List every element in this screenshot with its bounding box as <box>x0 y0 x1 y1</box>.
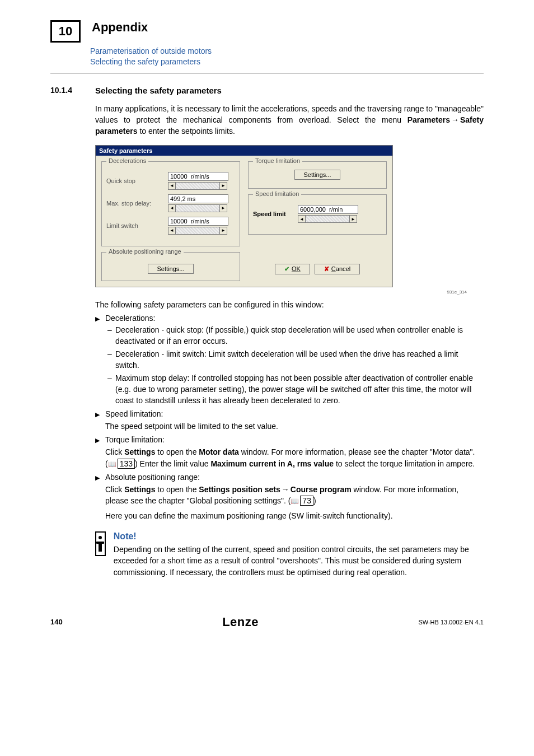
chevron-left-icon[interactable]: ◄ <box>168 227 176 234</box>
list-subitem: Maximum stop delay: If controlled stoppi… <box>107 373 484 406</box>
list-item: Decelerations: <box>95 314 484 323</box>
group-torque-limitation: Torque limitation Settings... <box>248 161 387 189</box>
bullet-icon <box>95 314 105 323</box>
safety-parameters-dialog: Safety parameters Decelerations Quick st… <box>95 145 393 287</box>
slider-speed-limit[interactable]: ◄► <box>298 215 357 223</box>
chevron-left-icon[interactable]: ◄ <box>298 216 306 222</box>
slider-quick-stop[interactable]: ◄► <box>168 182 227 190</box>
list-subitem: Deceleration - limit switch: Limit switc… <box>107 349 484 371</box>
note-body: Depending on the setting of the current,… <box>114 544 484 578</box>
list-item: Absolute positioning range: <box>95 473 484 482</box>
page-number: 140 <box>50 618 63 626</box>
text: to enter the setpoints limits. <box>138 127 235 136</box>
label-limit-switch: Limit switch <box>106 222 168 229</box>
page-ref: 133 <box>118 459 135 469</box>
list-body: The speed setpoint will be limited to th… <box>105 421 484 432</box>
figure-reference: 931e_314 <box>50 290 467 295</box>
list-text: Torque limitation: <box>105 435 165 444</box>
chapter-title: Appendix <box>92 20 148 35</box>
doc-id: SW-HB 13.0002-EN 4.1 <box>418 619 484 626</box>
slider-max-stop-delay[interactable]: ◄► <box>168 204 227 212</box>
dash-icon <box>107 349 115 371</box>
list-body: Here you can define the maximum position… <box>105 510 484 521</box>
list-item: Speed limitation: <box>95 409 484 418</box>
chevron-right-icon[interactable]: ► <box>219 227 227 234</box>
input-max-stop-delay[interactable] <box>168 194 228 203</box>
section-number: 10.1.4 <box>50 86 95 95</box>
list-text: Deceleration - limit switch: Limit switc… <box>115 349 484 371</box>
close-icon: ✘ <box>324 265 329 273</box>
arrow-icon <box>450 115 460 124</box>
body-text: The following safety parameters can be c… <box>95 299 484 310</box>
cancel-button[interactable]: ✘Cancel <box>315 264 360 274</box>
divider <box>50 73 484 73</box>
list-text: Speed limitation: <box>105 409 163 418</box>
dialog-title-bar: Safety parameters <box>96 146 392 156</box>
list-text: Absolute positioning range: <box>105 473 200 482</box>
group-title: Torque limitation <box>253 157 302 164</box>
group-speed-limitation: Speed limitation Speed limit ◄► <box>248 194 387 235</box>
list-item: Torque limitation: <box>95 435 484 444</box>
text-bold: Parameters <box>407 115 450 124</box>
cancel-label: Cancel <box>331 265 350 272</box>
label-speed-limit: Speed limit <box>253 211 298 217</box>
chapter-subtitle-2: Selecting the safety parameters <box>90 57 484 67</box>
lenze-logo: Lenze <box>222 615 259 629</box>
chevron-right-icon[interactable]: ► <box>349 216 357 222</box>
book-icon <box>108 459 118 468</box>
page-ref: 73 <box>300 496 313 506</box>
list-text: Maximum stop delay: If controlled stoppi… <box>115 373 484 406</box>
list-text: Deceleration - quick stop: (If possible,… <box>115 325 484 347</box>
dash-icon <box>107 325 115 347</box>
chevron-left-icon[interactable]: ◄ <box>168 183 176 189</box>
section-title: Selecting the safety parameters <box>95 86 222 95</box>
dash-icon <box>107 373 115 406</box>
chapter-subtitle-1: Parameterisation of outside motors <box>90 46 484 57</box>
chapter-number: 10 <box>50 20 81 43</box>
note-title: Note! <box>114 531 484 542</box>
label-max-stop-delay: Max. stop delay: <box>106 200 168 207</box>
check-icon: ✔ <box>284 265 289 273</box>
bullet-icon <box>95 409 105 418</box>
list-text: Decelerations: <box>105 314 156 323</box>
ok-button[interactable]: ✔OK <box>275 264 310 274</box>
intro-paragraph: In many applications, it is necessary to… <box>95 103 484 137</box>
group-title: Absolute positioning range <box>106 248 184 255</box>
input-limit-switch[interactable] <box>168 217 228 226</box>
group-title: Speed limitation <box>253 190 301 197</box>
input-quick-stop[interactable] <box>168 172 228 181</box>
settings-button[interactable]: Settings... <box>294 170 341 180</box>
chevron-right-icon[interactable]: ► <box>219 183 227 189</box>
slider-limit-switch[interactable]: ◄► <box>168 227 227 235</box>
book-icon <box>291 496 300 505</box>
group-title: Decelerations <box>106 157 148 164</box>
list-body: Click Settings to open the Settings posi… <box>105 484 484 507</box>
bullet-icon <box>95 473 105 482</box>
chevron-right-icon[interactable]: ► <box>219 205 227 212</box>
info-icon <box>95 531 106 556</box>
label-quick-stop: Quick stop <box>106 178 168 184</box>
arrow-icon <box>280 485 291 494</box>
settings-button[interactable]: Settings... <box>148 264 194 274</box>
group-absolute-positioning: Absolute positioning range Settings... <box>101 252 240 281</box>
group-decelerations: Decelerations Quick stop ◄► Max. stop de… <box>101 161 240 246</box>
list-body: Click Settings to open the Motor data wi… <box>105 446 484 469</box>
ok-label: OK <box>292 265 301 272</box>
chevron-left-icon[interactable]: ◄ <box>168 205 176 212</box>
input-speed-limit[interactable] <box>298 205 358 214</box>
bullet-icon <box>95 435 105 444</box>
list-subitem: Deceleration - quick stop: (If possible,… <box>107 325 484 347</box>
